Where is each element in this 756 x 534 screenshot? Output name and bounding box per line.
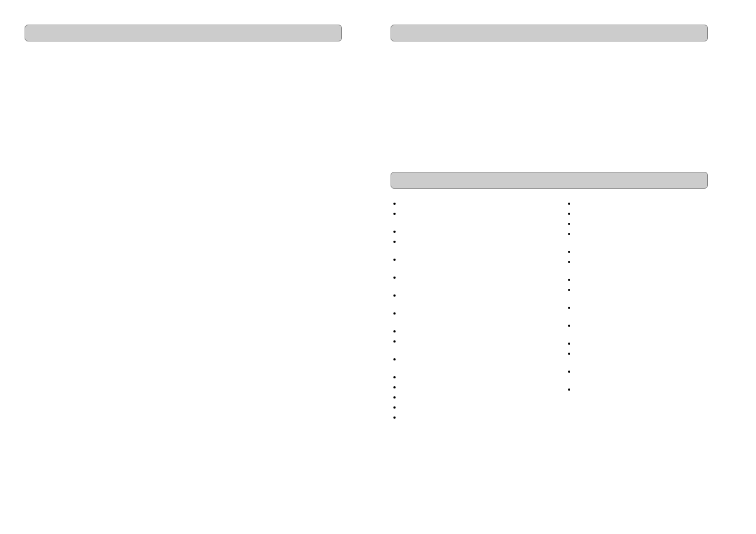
list-item [576, 349, 708, 359]
list-item [576, 229, 708, 239]
lists-area [391, 199, 708, 430]
list-item [576, 385, 708, 395]
list-item [402, 372, 533, 382]
bullet-group [391, 291, 533, 301]
bullet-group [565, 321, 708, 331]
list-item [576, 209, 708, 219]
list-item [576, 285, 708, 295]
list-item [402, 227, 533, 237]
list-item [402, 326, 533, 336]
list-item [402, 392, 533, 402]
list-item [402, 402, 533, 413]
bullet-group [391, 308, 533, 318]
list-item [402, 413, 533, 423]
bullet-group [391, 372, 533, 423]
page-container [0, 0, 756, 534]
bullet-group [391, 326, 533, 346]
list-item [576, 367, 708, 377]
list-item [402, 291, 533, 301]
list-item [576, 257, 708, 267]
bullet-group [391, 227, 533, 247]
bullet-group [391, 255, 533, 265]
bullet-group [391, 199, 533, 219]
list-item [576, 303, 708, 313]
bullet-group [565, 367, 708, 377]
bullet-group [391, 273, 533, 283]
list-item [576, 247, 708, 257]
bullet-group [565, 275, 708, 295]
bullet-column-right [565, 199, 708, 430]
list-item [576, 321, 708, 331]
list-item [402, 336, 533, 346]
bullet-group [391, 354, 533, 364]
list-item [576, 275, 708, 285]
panel-mid-right [391, 172, 708, 189]
list-item [576, 219, 708, 229]
list-item [402, 308, 533, 318]
list-item [402, 199, 533, 209]
bullet-group [565, 339, 708, 359]
bullet-group [565, 199, 708, 239]
bullet-group [565, 385, 708, 395]
bullet-group [565, 303, 708, 313]
list-item [402, 273, 533, 283]
bullet-group [565, 247, 708, 267]
list-item [402, 209, 533, 219]
panel-top-right [391, 25, 708, 41]
list-item [402, 382, 533, 392]
list-item [402, 237, 533, 247]
list-item [576, 199, 708, 209]
list-item [402, 255, 533, 265]
panel-top-left [25, 25, 342, 41]
list-item [402, 354, 533, 364]
list-item [576, 339, 708, 349]
bullet-column-left [391, 199, 533, 430]
